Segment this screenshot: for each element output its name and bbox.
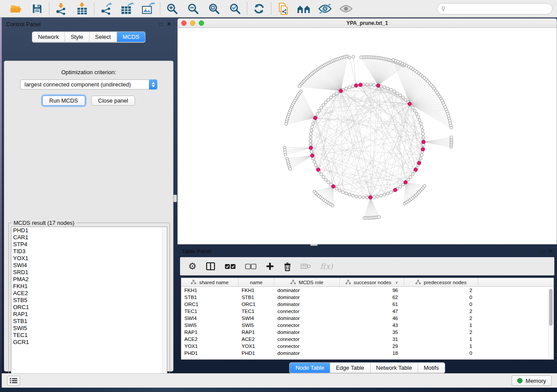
zoom-out-icon[interactable] [186,2,200,15]
network-node[interactable] [407,178,410,181]
mcds-hub-node[interactable] [404,180,407,184]
mcds-result-item[interactable]: STB1 [11,318,167,325]
network-node[interactable] [417,116,420,119]
mcds-hub-node[interactable] [417,161,421,165]
delete-column-icon[interactable] [284,260,291,273]
network-node[interactable] [322,103,325,107]
network-node[interactable] [315,164,318,167]
network-node[interactable] [355,195,358,198]
close-panel-icon[interactable]: ✕ [167,21,171,27]
table-row[interactable]: ORC1ORC1dominator610 [181,301,554,308]
network-node[interactable] [419,122,422,125]
network-node[interactable] [420,125,423,128]
satellite-node[interactable] [423,185,426,188]
network-node[interactable] [380,194,383,197]
network-node[interactable] [309,136,312,139]
mcds-hub-node[interactable] [394,188,397,192]
zoom-selected-icon[interactable] [228,2,242,15]
mcds-result-item[interactable]: SRD1 [11,269,167,276]
tab-edge-table[interactable]: Edge Table [330,363,370,373]
show-all-icon[interactable] [339,2,353,15]
mcds-result-item[interactable]: PMA2 [11,276,167,283]
network-node[interactable] [411,107,414,110]
tab-mcds[interactable]: MCDS [117,32,145,42]
search-input[interactable] [448,6,548,12]
run-mcds-button[interactable]: Run MCDS [42,96,85,106]
network-node[interactable] [324,101,327,104]
satellite-node[interactable] [284,153,287,156]
network-node[interactable] [348,193,351,196]
mcds-result-item[interactable]: CAR1 [11,234,167,241]
mcds-result-item[interactable]: SWI4 [11,262,167,269]
table-row[interactable]: FKH1FKH1dominator962 [181,287,554,294]
network-node[interactable] [362,196,365,199]
network-node[interactable] [420,154,423,157]
network-node[interactable] [312,122,315,125]
satellite-node[interactable] [289,168,292,171]
satellite-node[interactable] [352,55,355,58]
network-node[interactable] [411,173,414,176]
mcds-hub-node[interactable] [369,196,372,199]
mcds-hub-node[interactable] [314,116,317,120]
zoom-fit-icon[interactable] [207,2,221,15]
network-node[interactable] [415,112,418,115]
satellite-node[interactable] [285,122,288,125]
mcds-hub-node[interactable] [339,89,343,93]
network-node[interactable] [320,107,323,110]
network-node[interactable] [390,191,393,194]
mcds-hub-node[interactable] [332,185,335,188]
satellite-node[interactable] [298,85,301,88]
network-node[interactable] [393,90,396,93]
network-node[interactable] [320,173,323,176]
close-panel-button[interactable]: Close panel [91,96,135,106]
settings-gear-icon[interactable]: ⚙ [188,260,197,273]
tab-network[interactable]: Network [32,32,65,42]
network-node[interactable] [401,96,405,99]
network-node[interactable] [338,189,341,192]
network-node[interactable] [327,98,330,101]
network-node[interactable] [383,86,386,89]
memory-button[interactable]: Memory [512,375,552,386]
mcds-result-item[interactable]: TID3 [11,248,167,255]
import-network-icon[interactable] [54,2,68,15]
window-minimize-icon[interactable] [190,21,195,26]
network-node[interactable] [352,194,355,197]
list-scrollbar[interactable] [162,227,167,382]
network-graph-canvas[interactable] [178,28,557,244]
table-scrollbar-thumb[interactable] [549,289,553,326]
network-node[interactable] [335,187,338,190]
mcds-result-item[interactable]: PHD1 [11,227,167,234]
mcds-hub-node[interactable] [309,146,312,150]
network-node[interactable] [369,83,372,86]
network-node[interactable] [386,192,389,195]
vertical-splitter-handle[interactable] [173,195,177,202]
network-node[interactable] [335,92,338,95]
network-node[interactable] [421,129,424,132]
network-node[interactable] [386,87,389,90]
open-session-icon[interactable] [9,2,23,15]
mcds-result-item[interactable]: TEC1 [11,332,167,339]
network-node[interactable] [327,181,330,184]
mcds-hub-node[interactable] [421,148,425,151]
column-header-successor-nodes[interactable]: successor nodes∨ [340,278,404,286]
export-network-icon[interactable] [99,2,113,15]
mcds-result-item[interactable]: GCR1 [11,339,167,346]
network-node[interactable] [422,136,425,139]
network-node[interactable] [310,150,313,153]
mcds-hub-node[interactable] [354,84,358,87]
network-node[interactable] [311,125,314,128]
mcds-hub-node[interactable] [359,83,362,86]
table-scrollbar-track[interactable] [548,288,553,358]
table-row[interactable]: STB1STB1dominator620 [181,294,554,301]
mcds-hub-node[interactable] [414,168,417,171]
first-neighbors-icon[interactable] [297,2,311,15]
import-table-icon[interactable] [75,2,89,15]
zoom-in-icon[interactable] [165,2,179,15]
satellite-node[interactable] [360,56,363,59]
table-row[interactable]: PHD1PHD1dominator180 [181,350,554,357]
mcds-result-item[interactable]: STP4 [11,241,167,248]
network-node[interactable] [413,109,416,112]
satellite-node[interactable] [331,204,334,207]
network-node[interactable] [316,112,319,115]
network-node[interactable] [399,185,402,188]
